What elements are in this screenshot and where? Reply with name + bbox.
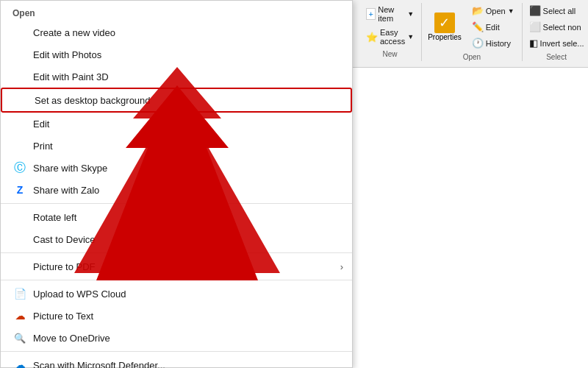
separator-1 [1,203,352,204]
ribbon-select-section: ⬛ Select all ⬜ Select non ◧ Invert sele.… [523,3,588,61]
select-all-button[interactable]: ⬛ Select all [526,3,588,18]
easy-access-button[interactable]: ⭐ Easy access ▼ [362,26,418,48]
cast-icon [12,259,27,274]
context-menu: Open Create a new video Edit with Photos… [0,0,353,368]
share-zalo-label: Share with Zalo [33,185,99,196]
menu-item-cast-to-device[interactable]: Picture to PDF › [1,255,352,277]
properties-icon: ✓ [434,13,455,33]
print-icon [12,138,27,153]
edit-label: Edit [33,118,49,130]
cast-label: Picture to PDF [33,261,96,272]
print-label: Print [33,141,53,152]
separator-4 [1,351,352,352]
skype-icon: Ⓒ [12,160,27,175]
edit-paint3d-label: Edit with Paint 3D [33,71,109,82]
menu-item-create-new-video[interactable]: Create a new video [1,21,352,43]
wps-icon: ☁ [12,308,27,323]
ribbon-columns: + New item ▼ ⭐ Easy access ▼ New ✓ Prope [359,3,582,61]
picture-text-icon: 🔍 [12,330,27,345]
history-label: History [486,39,511,48]
onedrive-icon: ☁ [12,358,27,368]
right-panel: + New item ▼ ⭐ Easy access ▼ New ✓ Prope [353,0,588,368]
ribbon-open-section: ✓ Properties 📂 Open ▼ ✏️ Edit [422,3,522,61]
new-section-label: New [362,50,418,58]
menu-item-picture-to-text[interactable]: 🔍 Move to OneDrive [1,327,352,349]
history-button[interactable]: 🕐 History [467,35,519,51]
menu-item-share-zalo[interactable]: Z Share with Zalo [1,179,352,201]
new-item-icon: + [366,8,376,20]
share-skype-label: Share with Skype [33,163,107,174]
easy-access-dropdown-icon: ▼ [407,33,414,40]
menu-item-picture-to-pdf[interactable]: 📄 Upload to WPS Cloud [1,283,352,305]
picture-to-text-label: Move to OneDrive [33,333,110,344]
select-all-label: Select all [543,7,576,15]
ribbon: + New item ▼ ⭐ Easy access ▼ New ✓ Prope [353,0,588,68]
menu-item-rotate-left[interactable]: Cast to Device [1,228,352,250]
menu-item-share-skype[interactable]: Ⓒ Share with Skype [1,157,352,179]
menu-item-rotate-right[interactable]: Rotate left [1,206,352,228]
new-item-dropdown-icon: ▼ [407,10,414,18]
history-icon: 🕐 [472,38,484,49]
rotate-right-icon [12,210,27,224]
separator-2 [1,252,352,253]
easy-access-label: Easy access [380,28,405,46]
menu-item-upload-wps[interactable]: ☁ Picture to Text [1,305,352,327]
separator-3 [1,280,352,280]
new-item-button[interactable]: + New item ▼ [362,3,418,25]
properties-button[interactable]: ✓ Properties [425,11,465,43]
open-dropdown-icon: ▼ [508,7,514,15]
edit-icon [12,116,27,131]
edit-button[interactable]: ✏️ Edit [467,19,519,35]
edit-photos-label: Edit with Photos [33,49,101,60]
create-new-video-label: Create a new video [33,27,115,38]
select-all-icon: ⬛ [529,5,541,16]
ribbon-new-section: + New item ▼ ⭐ Easy access ▼ New [359,3,422,61]
rotate-left-icon [12,232,27,247]
upload-wps-label: Picture to Text [33,311,93,322]
easy-access-icon: ⭐ [366,32,378,43]
invert-select-label: Invert sele... [540,39,584,48]
rotate-right-label: Rotate left [33,212,76,223]
menu-item-set-desktop-background[interactable]: Set as desktop background [1,88,352,113]
edit-label: Edit [486,23,500,32]
select-section-label: Select [526,53,588,61]
new-item-label: New item [378,5,405,23]
rotate-left-label: Cast to Device [33,234,96,245]
menu-item-edit[interactable]: Edit [1,113,352,135]
open-section-label: Open [425,53,518,61]
move-onedrive-label: Scan with Microsoft Defender... [33,360,165,369]
properties-label: Properties [428,33,462,41]
select-none-button[interactable]: ⬜ Select non [526,19,588,35]
edit-pencil-icon: ✏️ [472,21,484,32]
menu-item-edit-photos[interactable]: Edit with Photos [1,43,352,66]
open-label: Open [486,7,506,15]
paint3d-icon [12,69,27,84]
cast-submenu-chevron: › [340,261,343,272]
select-none-icon: ⬜ [529,21,541,32]
menu-item-move-onedrive[interactable]: ☁ Scan with Microsoft Defender... [1,354,352,368]
open-folder-icon: 📂 [472,5,484,16]
pdf-icon: 📄 [12,286,27,301]
picture-to-pdf-label: Upload to WPS Cloud [33,289,126,300]
file-area [353,68,588,368]
create-video-icon [12,25,27,40]
edit-photos-icon [12,47,27,62]
open-button[interactable]: 📂 Open ▼ [467,3,519,18]
menu-item-edit-paint3d[interactable]: Edit with Paint 3D [1,66,352,88]
context-menu-title: Open [1,4,352,21]
invert-select-button[interactable]: ◧ Invert sele... [526,35,588,51]
set-desktop-bg-label: Set as desktop background [35,95,151,106]
select-none-label: Select non [543,23,581,32]
menu-item-print[interactable]: Print [1,135,352,157]
invert-select-icon: ◧ [529,38,538,49]
zalo-icon: Z [12,183,27,197]
desktop-bg-icon [14,93,29,107]
